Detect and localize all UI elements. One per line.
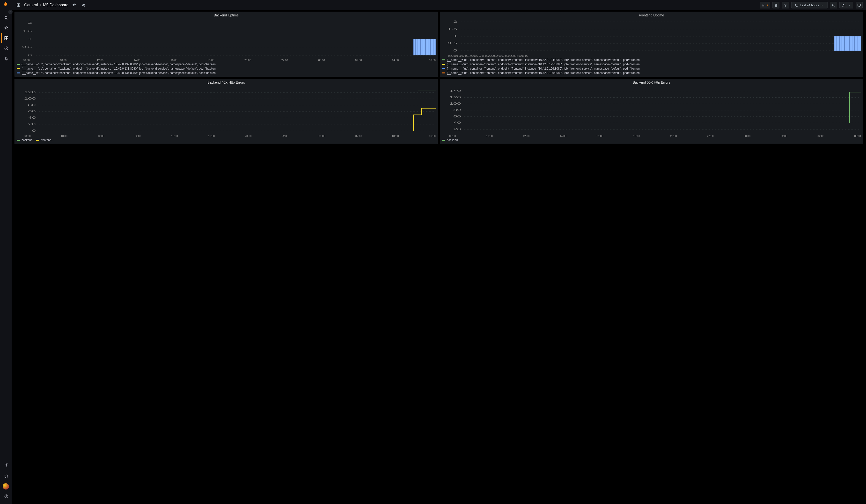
legend-item[interactable]: {__name__="up", container="frontend", en… (442, 71, 861, 75)
breadcrumb-dashboard[interactable]: M5 Dashboard (43, 3, 68, 7)
svg-text:60: 60 (453, 115, 461, 118)
legend: backend (440, 138, 863, 144)
breadcrumb-folder[interactable]: General (24, 3, 38, 7)
legend-item[interactable]: frontend (36, 138, 51, 142)
svg-rect-5 (6, 38, 8, 40)
refresh-interval-dropdown[interactable] (846, 2, 853, 9)
panel-title: Backend 50X Http Errors (440, 79, 863, 86)
svg-rect-4 (4, 38, 6, 40)
sidebar-alerting[interactable] (1, 54, 11, 63)
settings-button[interactable] (782, 2, 789, 9)
x-axis: 08:0010:0012:0014:0016:0018:0020:0022:00… (15, 135, 437, 138)
zoom-out-button[interactable] (830, 2, 837, 9)
header: General / M5 Dashboard + Last 24 hours (12, 0, 866, 10)
svg-line-17 (83, 4, 84, 5)
share-icon[interactable] (80, 2, 87, 9)
svg-text:2: 2 (28, 21, 32, 24)
panel-backend-40x[interactable]: Backend 40X Http Errors 0 20 40 60 80 10… (14, 79, 438, 144)
svg-text:140: 140 (449, 89, 461, 93)
svg-point-7 (5, 465, 7, 466)
star-icon[interactable] (71, 2, 78, 9)
sidebar-dashboards[interactable] (1, 33, 11, 43)
svg-text:20: 20 (28, 123, 36, 126)
sidebar-starred[interactable] (1, 23, 11, 33)
panel-title: Backend Uptime (15, 12, 437, 19)
plus-icon: + (766, 3, 768, 7)
svg-text:2: 2 (453, 20, 457, 23)
sidebar-help[interactable] (1, 491, 11, 501)
svg-rect-12 (17, 5, 18, 7)
svg-text:1.5: 1.5 (22, 29, 32, 32)
bars (834, 36, 861, 51)
svg-line-18 (83, 5, 84, 6)
timerange-label: Last 24 hours (800, 3, 819, 7)
breadcrumb[interactable]: General / M5 Dashboard (24, 3, 68, 7)
svg-text:1: 1 (28, 37, 32, 41)
svg-text:0: 0 (28, 54, 32, 57)
sidebar-configuration[interactable] (1, 460, 11, 470)
svg-text:1.5: 1.5 (447, 27, 457, 31)
svg-text:0: 0 (32, 129, 36, 133)
panel-frontend-uptime[interactable]: Frontend Uptime 0 0.5 1 1.5 2 (440, 12, 863, 77)
panel-title: Frontend Uptime (440, 12, 863, 19)
chart-backend-50x[interactable]: 20 40 60 80 100 120 140 (442, 86, 861, 134)
svg-text:20: 20 (453, 128, 461, 131)
chart-frontend-uptime[interactable]: 0 0.5 1 1.5 2 (442, 19, 861, 54)
legend-item[interactable]: {__name__="up", container="backend", end… (17, 67, 436, 71)
add-panel-button[interactable]: + (759, 2, 770, 9)
svg-rect-2 (4, 36, 6, 38)
legend-item[interactable]: {__name__="up", container="frontend", en… (442, 67, 861, 71)
legend-item[interactable]: backend (17, 138, 32, 142)
svg-point-22 (785, 4, 786, 5)
legend-item[interactable]: {__name__="up", container="frontend", en… (442, 58, 861, 62)
chart-backend-uptime[interactable]: 0 0.5 1 1.5 2 (17, 19, 436, 58)
svg-text:120: 120 (449, 96, 461, 99)
svg-rect-13 (19, 5, 20, 7)
refresh-button[interactable] (840, 2, 846, 9)
legend-item[interactable]: {__name__="up", container="backend", end… (17, 62, 436, 67)
save-button[interactable] (773, 2, 779, 9)
chart-backend-40x[interactable]: 0 20 40 60 80 100 120 (17, 86, 436, 134)
svg-rect-27 (858, 4, 861, 6)
svg-point-0 (5, 16, 7, 19)
panel-grid: Backend Uptime 0 0.5 1 1.5 2 (14, 12, 863, 144)
svg-text:1: 1 (453, 34, 457, 38)
svg-text:40: 40 (453, 121, 461, 124)
legend-item[interactable]: backend (442, 138, 458, 142)
svg-text:120: 120 (24, 91, 36, 94)
legend: {__name__="up", container="frontend", en… (440, 58, 863, 77)
svg-text:0: 0 (453, 49, 457, 52)
sidebar-explore[interactable] (1, 44, 11, 53)
main: Backend Uptime 0 0.5 1 1.5 2 (12, 10, 866, 504)
kiosk-button[interactable] (856, 2, 863, 9)
svg-line-1 (7, 18, 8, 19)
legend-item[interactable]: {__name__="up", container="backend", end… (17, 71, 436, 75)
sidebar-admin[interactable] (1, 472, 11, 481)
x-axis: 08:0010:0012:0014:0016:0018:0020:0022:00… (440, 135, 863, 138)
grafana-logo-icon[interactable] (2, 1, 9, 9)
svg-text:100: 100 (449, 102, 461, 105)
x-axis: 08:0010:0012:0014:0016:0018:0020:0022:00… (440, 54, 863, 58)
expand-sidebar-button[interactable] (8, 10, 13, 14)
svg-rect-11 (19, 4, 20, 5)
dashboards-icon[interactable] (15, 2, 22, 9)
timerange-picker[interactable]: Last 24 hours (791, 2, 828, 9)
svg-point-9 (6, 497, 7, 497)
sidebar (0, 0, 12, 504)
x-axis: 08:0010:0012:0014:0016:0018:0020:0022:00… (15, 59, 437, 62)
svg-text:80: 80 (28, 103, 36, 107)
legend-item[interactable]: {__name__="up", container="frontend", en… (442, 62, 861, 67)
svg-rect-19 (762, 4, 763, 7)
chevron-down-icon (820, 3, 824, 7)
panel-backend-50x[interactable]: Backend 50X Http Errors 20 40 60 80 100 … (440, 79, 863, 144)
svg-line-25 (834, 5, 835, 6)
legend: {__name__="up", container="backend", end… (15, 62, 437, 77)
sidebar-search[interactable] (1, 13, 11, 23)
svg-text:0.5: 0.5 (22, 45, 32, 48)
svg-rect-20 (763, 4, 764, 6)
svg-text:80: 80 (453, 108, 461, 112)
sidebar-profile-avatar[interactable] (3, 483, 9, 490)
svg-rect-10 (17, 4, 18, 5)
svg-rect-3 (6, 36, 8, 38)
panel-backend-uptime[interactable]: Backend Uptime 0 0.5 1 1.5 2 (14, 12, 438, 77)
